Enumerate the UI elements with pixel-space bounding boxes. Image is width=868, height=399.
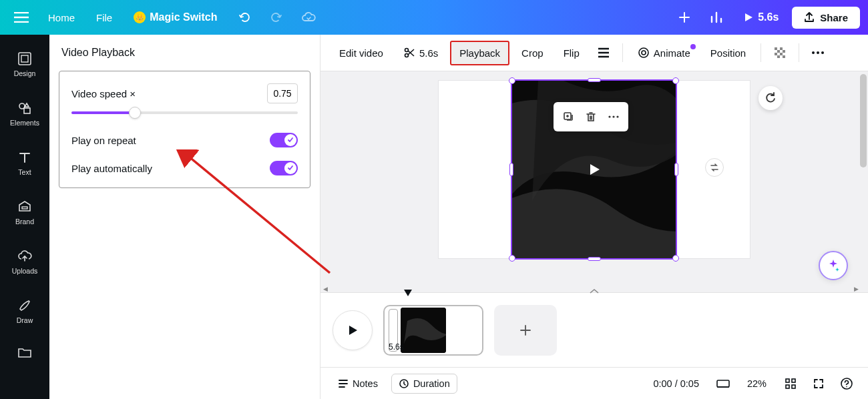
text-icon: [17, 149, 33, 165]
floating-toolbar: [554, 102, 628, 131]
elements-icon: [17, 100, 33, 116]
present-duration-text: 5.6s: [758, 11, 779, 23]
rail-text-label: Text: [18, 168, 31, 176]
left-rail: Design Elements Text Brand Uploads Draw: [0, 35, 49, 399]
rail-brand[interactable]: Brand: [3, 188, 46, 236]
playhead-marker[interactable]: [404, 290, 412, 296]
refresh-button[interactable]: [758, 86, 783, 110]
scissors-icon: [403, 47, 415, 59]
redo-button[interactable]: [263, 4, 290, 31]
duration-button[interactable]: Duration: [391, 374, 457, 394]
share-label: Share: [820, 12, 848, 23]
menu-button[interactable]: [8, 4, 35, 31]
notes-button[interactable]: Notes: [331, 374, 385, 393]
analytics-button[interactable]: [703, 4, 730, 31]
animate-icon: [638, 47, 650, 59]
clip-duration: 5.6s: [389, 342, 404, 352]
grid-view-button[interactable]: [780, 373, 801, 394]
transparency-button[interactable]: [768, 41, 792, 65]
swap-button[interactable]: [705, 158, 724, 177]
divider: [622, 43, 623, 62]
ai-assistant-button[interactable]: [819, 251, 848, 280]
svg-point-19: [817, 51, 819, 54]
svg-rect-10: [775, 47, 777, 50]
share-button[interactable]: Share: [792, 7, 860, 29]
scissors-duration-button[interactable]: 5.6s: [395, 41, 446, 64]
more-button[interactable]: [806, 41, 830, 65]
autoplay-label: Play automatically: [71, 163, 152, 174]
cloud-sync-icon[interactable]: [295, 4, 322, 31]
rail-text[interactable]: Text: [3, 139, 46, 187]
timeline: 5.6s: [320, 292, 868, 367]
play-icon: [346, 324, 359, 337]
timeline-play-button[interactable]: [333, 310, 373, 350]
add-page-button[interactable]: [494, 305, 557, 356]
svg-point-20: [821, 51, 824, 54]
align-icon-button[interactable]: [592, 41, 616, 65]
repeat-label: Play on repeat: [71, 135, 136, 146]
svg-rect-29: [786, 379, 789, 382]
duration-label: Duration: [413, 378, 450, 389]
design-icon: [17, 51, 33, 67]
position-button[interactable]: Position: [702, 42, 754, 64]
flip-button[interactable]: Flip: [556, 42, 588, 64]
speed-slider[interactable]: [71, 111, 298, 114]
repeat-toggle[interactable]: [270, 133, 298, 147]
playback-button[interactable]: Playback: [450, 41, 509, 65]
divider: [761, 43, 761, 62]
top-header: Home File 👑 Magic Switch 5.6s Share: [0, 0, 868, 35]
context-toolbar: Edit video 5.6s Playback Crop Flip Anima…: [320, 35, 868, 71]
play-icon: [743, 12, 754, 23]
panel-title: Video Playback: [49, 35, 320, 71]
notes-icon: [338, 378, 349, 389]
delete-button[interactable]: [580, 106, 602, 127]
rail-design[interactable]: Design: [3, 40, 46, 88]
rail-draw[interactable]: Draw: [3, 287, 46, 335]
svg-rect-11: [780, 47, 783, 50]
rail-draw-label: Draw: [17, 316, 33, 324]
rail-uploads[interactable]: Uploads: [3, 238, 46, 286]
svg-rect-28: [717, 380, 729, 387]
rail-uploads-label: Uploads: [12, 267, 38, 275]
magic-switch-button[interactable]: 👑 Magic Switch: [126, 6, 225, 29]
undo-button[interactable]: [231, 4, 258, 31]
svg-rect-32: [792, 385, 795, 388]
crown-icon: 👑: [134, 11, 146, 23]
duplicate-button[interactable]: [558, 106, 579, 127]
bottom-bar: Notes Duration 0:00 / 0:05 22%: [320, 367, 868, 399]
file-link[interactable]: File: [88, 7, 120, 29]
svg-rect-3: [24, 108, 30, 113]
pages-view-button[interactable]: [712, 373, 734, 394]
speed-label: Video speed ×: [71, 88, 136, 99]
rail-elements[interactable]: Elements: [3, 89, 46, 137]
present-duration-button[interactable]: 5.6s: [735, 6, 787, 29]
canvas-area[interactable]: ◀ ▶: [320, 71, 868, 292]
clock-icon: [399, 378, 409, 389]
crop-button[interactable]: Crop: [513, 42, 552, 64]
fullscreen-button[interactable]: [808, 373, 829, 394]
rail-more[interactable]: [3, 336, 46, 370]
add-button[interactable]: [671, 4, 698, 31]
svg-rect-30: [792, 379, 795, 382]
svg-rect-31: [786, 385, 789, 388]
animate-label: Animate: [654, 47, 690, 59]
uploads-icon: [17, 248, 33, 264]
timeline-clip[interactable]: 5.6s: [383, 305, 483, 356]
speed-input[interactable]: [267, 83, 298, 103]
canvas-page[interactable]: [439, 81, 750, 258]
svg-point-24: [612, 115, 614, 117]
autoplay-toggle[interactable]: [270, 161, 298, 175]
slider-thumb[interactable]: [129, 107, 141, 119]
collapse-handle[interactable]: [586, 288, 602, 296]
more-button[interactable]: [603, 106, 624, 127]
playback-card: Video speed × Play on repeat Play automa…: [59, 71, 310, 188]
zoom-display[interactable]: 22%: [740, 374, 773, 393]
animate-button[interactable]: Animate: [630, 41, 698, 64]
svg-rect-13: [783, 50, 785, 53]
vertical-scrollbar[interactable]: [859, 71, 868, 292]
svg-rect-14: [775, 53, 777, 55]
edit-video-button[interactable]: Edit video: [331, 42, 391, 64]
play-overlay-button[interactable]: [587, 162, 602, 177]
home-link[interactable]: Home: [40, 7, 83, 29]
help-button[interactable]: [836, 373, 857, 394]
